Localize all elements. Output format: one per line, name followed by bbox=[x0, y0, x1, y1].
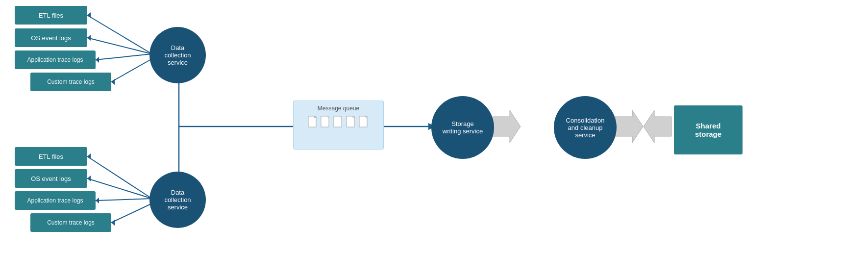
message-queue-box: Message queue bbox=[293, 101, 384, 150]
top-etl-box: ETL files bbox=[15, 6, 87, 25]
bot-custom-box: Custom trace logs bbox=[30, 213, 111, 232]
top-custom-box: Custom trace logs bbox=[30, 73, 111, 91]
svg-rect-32 bbox=[334, 116, 342, 127]
svg-line-14 bbox=[111, 203, 152, 223]
svg-marker-22 bbox=[493, 110, 521, 143]
bot-data-collection-circle: Data collection service bbox=[149, 172, 206, 228]
doc-icon-4 bbox=[346, 114, 357, 128]
svg-line-12 bbox=[96, 199, 152, 201]
svg-marker-15 bbox=[111, 220, 115, 226]
svg-line-6 bbox=[111, 59, 152, 82]
doc-icon-5 bbox=[359, 114, 370, 128]
svg-marker-24 bbox=[644, 110, 671, 143]
top-data-collection-circle: Data collection service bbox=[149, 27, 206, 83]
svg-line-0 bbox=[87, 15, 152, 54]
svg-rect-35 bbox=[347, 116, 354, 127]
bot-os-box: OS event logs bbox=[15, 169, 87, 188]
queue-icons bbox=[308, 114, 370, 128]
top-os-box: OS event logs bbox=[15, 28, 87, 47]
svg-line-10 bbox=[87, 178, 152, 199]
doc-icon-3 bbox=[333, 114, 344, 128]
svg-marker-23 bbox=[615, 110, 643, 143]
doc-icon-2 bbox=[321, 114, 331, 128]
storage-writing-circle: Storage writing service bbox=[431, 96, 494, 159]
queue-label: Message queue bbox=[318, 105, 359, 112]
top-app-box: Application trace logs bbox=[15, 51, 96, 69]
svg-line-8 bbox=[87, 156, 152, 199]
svg-line-2 bbox=[87, 38, 152, 54]
shared-storage-box: Shared storage bbox=[674, 105, 743, 154]
consolidation-circle: Consolidation and cleanup service bbox=[554, 96, 617, 159]
bot-app-box: Application trace logs bbox=[15, 191, 96, 210]
svg-marker-9 bbox=[87, 153, 91, 159]
svg-marker-3 bbox=[87, 35, 91, 41]
svg-marker-5 bbox=[96, 57, 99, 63]
svg-marker-7 bbox=[111, 79, 115, 85]
svg-marker-11 bbox=[87, 176, 91, 181]
svg-rect-38 bbox=[359, 116, 367, 127]
doc-icon-1 bbox=[308, 114, 319, 128]
svg-line-4 bbox=[96, 54, 152, 60]
architecture-diagram: ETL files OS event logs Application trac… bbox=[0, 0, 868, 253]
bot-etl-box: ETL files bbox=[15, 147, 87, 166]
svg-rect-29 bbox=[321, 116, 329, 127]
svg-marker-1 bbox=[87, 12, 91, 18]
svg-marker-13 bbox=[96, 198, 99, 203]
